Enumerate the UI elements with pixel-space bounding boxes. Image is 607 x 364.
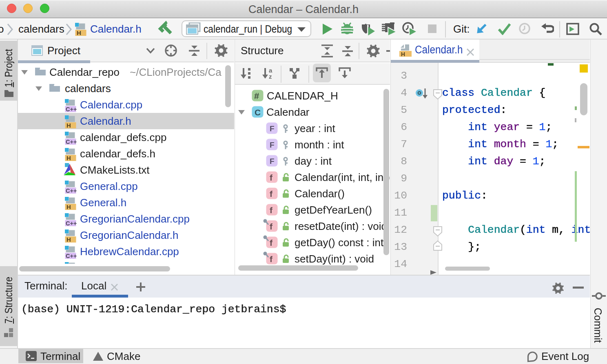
svg-text:C++: C++ <box>66 188 77 194</box>
svg-text:C++: C++ <box>66 106 77 113</box>
svg-text:f: f <box>270 254 273 264</box>
svg-text:f: f <box>270 205 273 215</box>
svg-text:C++: C++ <box>66 139 77 145</box>
svg-text:H: H <box>401 51 405 57</box>
svg-text:C: C <box>255 108 261 117</box>
svg-text:z: z <box>269 73 272 79</box>
svg-text:H: H <box>66 203 71 210</box>
svg-text:H: H <box>66 154 71 161</box>
svg-text:H: H <box>66 236 71 243</box>
svg-text:f: f <box>270 222 273 231</box>
svg-text:C++: C++ <box>66 220 77 227</box>
svg-text:F: F <box>270 141 275 149</box>
svg-text:H: H <box>77 29 81 36</box>
svg-text:F: F <box>270 157 275 165</box>
svg-text:f: f <box>270 238 273 247</box>
svg-text:#: # <box>254 91 259 101</box>
svg-text:f: f <box>270 173 273 182</box>
svg-text:H: H <box>66 122 71 129</box>
svg-text:F: F <box>270 124 275 133</box>
svg-text:C++: C++ <box>66 253 77 259</box>
svg-text:f: f <box>270 189 273 199</box>
